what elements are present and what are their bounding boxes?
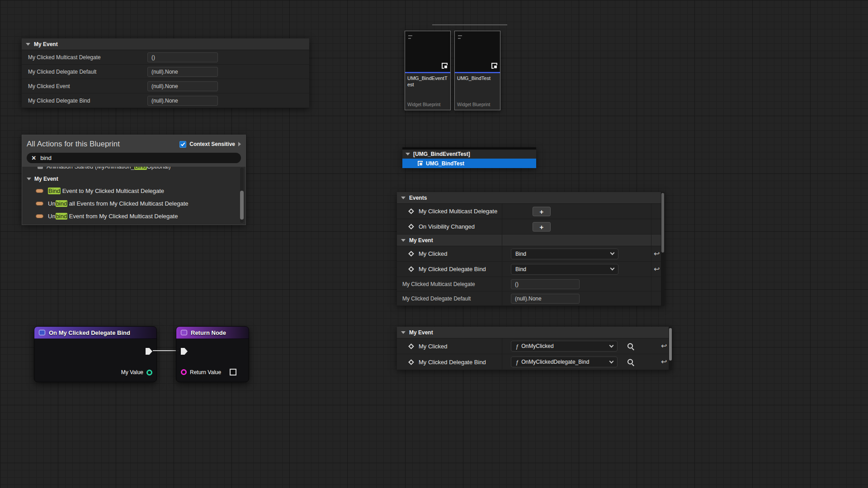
chevron-down-icon [609,359,614,363]
property-label: My Clicked Multicast Delegate [22,54,147,61]
dropdown-value: Bind [515,251,608,257]
search-match-highlight: Bind [134,167,147,170]
event-row-on-visibility-changed: On Visibility Changed + [397,219,665,235]
browse-to-function-icon[interactable] [627,343,634,350]
node-return-node[interactable]: Return Node Return Value [176,326,249,382]
exec-input-pin[interactable] [181,348,188,355]
scrollbar-thumb[interactable] [240,191,244,219]
clear-search-icon[interactable]: × [32,155,36,162]
context-sensitive-toggle[interactable]: Context Sensitive [179,141,241,148]
chevron-down-icon [610,251,615,255]
node-on-my-clicked-delegate-bind[interactable]: On My Clicked Delegate Bind My Value [34,326,157,382]
return-value-input-pin[interactable] [181,369,187,375]
section-title: My Event [409,237,433,244]
event-row-multicast-delegate: My Clicked Multicast Delegate + [397,204,665,219]
asset-type: Widget Blueprint [405,102,450,110]
property-value-field[interactable]: () [511,279,580,289]
thumbnail-detail [458,38,461,39]
collapse-arrow-icon [27,178,31,180]
property-value-field[interactable]: () [147,52,218,62]
actions-search-input[interactable]: × bind [27,153,241,163]
thumbnail-detail [408,38,411,39]
thumbnail-detail [458,35,462,36]
add-event-button[interactable]: + [533,222,551,231]
scrollbar-thumb[interactable] [661,193,664,253]
property-value-field[interactable]: (null).None [147,96,218,106]
widget-blueprint-icon [491,63,497,69]
details-panel-my-event: My Event My Clicked Multicast Delegate (… [22,38,309,108]
scrollbar-thumb[interactable] [669,328,672,361]
category-my-event[interactable]: My Event [22,174,245,184]
my-event-section-header[interactable]: My Event [22,38,309,50]
tree-item-selected[interactable]: UMG_BindTest [402,159,536,168]
scrollbar-track[interactable] [661,192,665,306]
property-value-field[interactable]: (null).None [511,294,580,304]
property-value-field[interactable]: (null).None [147,67,218,77]
collapse-arrow-icon [401,197,406,199]
value-row-delegate-default: My Clicked Delegate Default (null).None [397,291,665,306]
action-item-bind-event[interactable]: Bind Event to My Clicked Multicast Deleg… [22,184,245,197]
function-bind-panel: My Event My Clicked ƒ OnMyClicked ↩ My C… [397,327,672,370]
action-item-clipped[interactable]: Animation Started (MyAnimation_BindOptio… [22,167,245,174]
exec-output-pin[interactable] [146,348,152,355]
property-row-delegate-default: My Clicked Delegate Default (null).None [22,65,309,79]
delegate-pill-icon [36,202,43,206]
function-dropdown[interactable]: ƒ OnMyClickedDelegate_Bind [511,357,618,367]
column-divider [651,204,651,306]
my-event-section-header[interactable]: My Event [397,327,672,338]
action-item-text: Unbind Event from My Clicked Multicast D… [48,213,178,220]
search-value[interactable]: bind [40,155,52,161]
submenu-arrow-icon[interactable] [238,142,241,146]
actions-menu-title: All Actions for this Blueprint [27,140,120,149]
asset-type: Widget Blueprint [455,102,500,110]
action-item-unbind-all[interactable]: Unbind all Events from My Clicked Multic… [22,197,245,210]
tree-item-label: UMG_BindTest [426,160,464,167]
reset-to-default-icon[interactable]: ↩ [661,358,667,366]
scrollbar-track[interactable] [240,168,244,223]
delegate-pill-icon [36,189,43,193]
bind-dropdown[interactable]: Bind [511,249,618,259]
property-label: My Clicked Multicast Delegate [397,281,475,287]
section-title: My Event [409,329,433,336]
asset-card-umg-bindeventtest[interactable]: UMG_BindEventTest Widget Blueprint [405,31,451,110]
property-row-delegate-bind: My Clicked Delegate Bind (null).None [22,94,309,108]
asset-card-umg-bindtest[interactable]: UMG_BindTest Widget Blueprint [454,31,500,110]
reset-to-default-icon[interactable]: ↩ [654,266,660,273]
column-divider [502,338,502,370]
category-label: My Event [34,176,58,182]
bind-row-my-clicked: My Clicked ƒ OnMyClicked ↩ [397,338,672,354]
events-section-header[interactable]: Events [397,192,665,204]
context-sensitive-checkbox[interactable] [179,141,186,148]
action-item-unbind-event[interactable]: Unbind Event from My Clicked Multicast D… [22,210,245,222]
exec-connection-wire [153,350,179,351]
chevron-down-icon [609,343,614,347]
property-label: My Clicked Delegate Bind [413,359,486,366]
asset-name: UMG_BindEventTest [405,73,450,102]
function-dropdown[interactable]: ƒ OnMyClicked [511,341,618,352]
thumbnail-detail [408,35,412,36]
my-event-section-header[interactable]: My Event [397,235,665,246]
reset-to-default-icon[interactable]: ↩ [654,250,660,258]
my-value-output-pin[interactable] [146,370,152,375]
search-match-highlight: Bind [48,188,61,194]
property-value-field[interactable]: (null).None [147,81,218,91]
browse-to-function-icon[interactable] [627,358,634,366]
value-row-multicast-delegate: My Clicked Multicast Delegate () [397,277,665,291]
blueprint-editor-canvas: My Event My Clicked Multicast Delegate (… [0,0,868,488]
property-label: My Clicked Delegate Bind [413,266,486,272]
section-title: My Event [34,41,58,47]
action-item-text: Unbind all Events from My Clicked Multic… [48,200,189,207]
node-header[interactable]: On My Clicked Delegate Bind [34,327,156,339]
bind-dropdown[interactable]: Bind [511,264,618,275]
content-browser-edge [432,24,507,25]
collapse-arrow-icon [26,43,30,46]
tree-item-root[interactable]: [UMG_BindEventTest] [402,150,536,159]
node-header[interactable]: Return Node [176,327,249,339]
scrollbar-track[interactable] [669,327,672,370]
add-event-button[interactable]: + [533,206,551,216]
actions-menu-header: All Actions for this Blueprint Context S… [22,135,245,167]
dropdown-value: OnMyClicked [521,343,607,349]
return-value-checkbox[interactable] [230,369,236,375]
column-divider [502,204,502,306]
reset-to-default-icon[interactable]: ↩ [661,343,667,350]
